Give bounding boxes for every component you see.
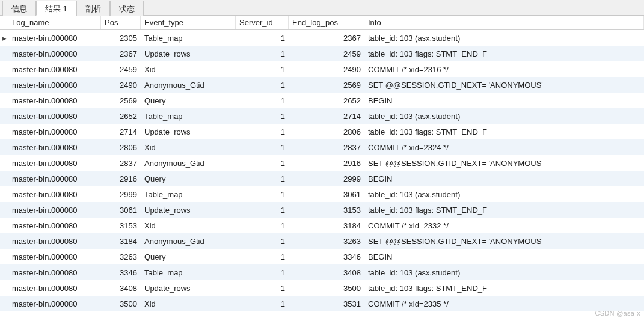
cell-eventtype: Update_rows bbox=[141, 282, 236, 295]
col-logname-header[interactable]: Log_name bbox=[8, 16, 101, 29]
table-row[interactable]: master-bin.0000802806Xid12837COMMIT /* x… bbox=[0, 139, 644, 155]
tab-status[interactable]: 状态 bbox=[110, 1, 144, 16]
cell-endlogpos: 2459 bbox=[289, 47, 364, 60]
cell-pos: 2806 bbox=[101, 141, 141, 154]
cell-endlogpos: 2490 bbox=[289, 63, 364, 76]
cell-info: table_id: 103 (asx.student) bbox=[364, 32, 644, 44]
cell-serverid: 1 bbox=[236, 204, 289, 216]
cell-info: BEGIN bbox=[364, 94, 644, 107]
cell-serverid: 1 bbox=[236, 282, 289, 295]
cell-pos: 2837 bbox=[101, 157, 141, 170]
table-row[interactable]: master-bin.0000803346Table_map13408table… bbox=[0, 264, 644, 280]
cell-eventtype: Xid bbox=[141, 219, 236, 232]
row-marker-icon: ▸ bbox=[0, 34, 8, 43]
table-row[interactable]: master-bin.0000802652Table_map12714table… bbox=[0, 108, 644, 124]
cell-endlogpos: 2714 bbox=[289, 110, 364, 123]
table-row[interactable]: master-bin.0000802837Anonymous_Gtid12916… bbox=[0, 155, 644, 171]
cell-logname: master-bin.000080 bbox=[8, 79, 101, 91]
table-row[interactable]: master-bin.0000802999Table_map13061table… bbox=[0, 186, 644, 202]
cell-eventtype: Xid bbox=[141, 298, 236, 310]
cell-endlogpos: 3263 bbox=[289, 235, 364, 248]
cell-info: COMMIT /* xid=2324 */ bbox=[364, 141, 644, 154]
cell-pos: 3184 bbox=[101, 235, 141, 248]
col-eventtype-header[interactable]: Event_type bbox=[141, 16, 236, 29]
col-endlogpos-header[interactable]: End_log_pos bbox=[289, 16, 364, 29]
cell-eventtype: Anonymous_Gtid bbox=[141, 157, 236, 170]
cell-info: table_id: 103 (asx.student) bbox=[364, 110, 644, 123]
cell-serverid: 1 bbox=[236, 141, 289, 154]
cell-logname: master-bin.000080 bbox=[8, 173, 101, 185]
tab-info[interactable]: 信息 bbox=[2, 1, 36, 16]
cell-serverid: 1 bbox=[236, 173, 289, 185]
cell-endlogpos: 2916 bbox=[289, 157, 364, 170]
grid-header: Log_name Pos Event_type Server_id End_lo… bbox=[0, 16, 644, 30]
table-row[interactable]: master-bin.0000803153Xid13184COMMIT /* x… bbox=[0, 218, 644, 233]
col-info-header[interactable]: Info bbox=[364, 16, 644, 29]
table-row[interactable]: master-bin.0000802569Query12652BEGIN bbox=[0, 93, 644, 108]
cell-eventtype: Query bbox=[141, 173, 236, 185]
cell-serverid: 1 bbox=[236, 266, 289, 279]
cell-pos: 2490 bbox=[101, 79, 141, 91]
table-row[interactable]: master-bin.0000803061Update_rows13153tab… bbox=[0, 202, 644, 218]
cell-eventtype: Update_rows bbox=[141, 126, 236, 138]
cell-info: COMMIT /* xid=2316 */ bbox=[364, 63, 644, 76]
table-row[interactable]: master-bin.0000802459Xid12490COMMIT /* x… bbox=[0, 61, 644, 77]
cell-pos: 2999 bbox=[101, 188, 141, 201]
cell-serverid: 1 bbox=[236, 79, 289, 91]
cell-logname: master-bin.000080 bbox=[8, 94, 101, 107]
cell-logname: master-bin.000080 bbox=[8, 32, 101, 44]
cell-endlogpos: 3500 bbox=[289, 282, 364, 295]
table-row[interactable]: master-bin.0000802916Query12999BEGIN bbox=[0, 171, 644, 186]
cell-pos: 2459 bbox=[101, 63, 141, 76]
table-row[interactable]: master-bin.0000802714Update_rows12806tab… bbox=[0, 124, 644, 139]
cell-logname: master-bin.000080 bbox=[8, 63, 101, 76]
cell-eventtype: Update_rows bbox=[141, 47, 236, 60]
table-row[interactable]: master-bin.0000803408Update_rows13500tab… bbox=[0, 280, 644, 296]
watermark: CSDN @asa-x bbox=[595, 310, 640, 317]
table-row[interactable]: ▸master-bin.0000802305Table_map12367tabl… bbox=[0, 30, 644, 46]
cell-pos: 2569 bbox=[101, 94, 141, 107]
tab-profile[interactable]: 剖析 bbox=[76, 1, 110, 16]
cell-pos: 2305 bbox=[101, 32, 141, 44]
cell-logname: master-bin.000080 bbox=[8, 110, 101, 123]
cell-endlogpos: 2999 bbox=[289, 173, 364, 185]
cell-pos: 2367 bbox=[101, 47, 141, 60]
cell-eventtype: Query bbox=[141, 94, 236, 107]
cell-endlogpos: 3531 bbox=[289, 298, 364, 310]
cell-endlogpos: 2569 bbox=[289, 79, 364, 91]
cell-serverid: 1 bbox=[236, 94, 289, 107]
cell-pos: 3408 bbox=[101, 282, 141, 295]
cell-eventtype: Table_map bbox=[141, 188, 236, 201]
cell-info: SET @@SESSION.GTID_NEXT= 'ANONYMOUS' bbox=[364, 235, 644, 248]
cell-info: BEGIN bbox=[364, 173, 644, 185]
cell-eventtype: Anonymous_Gtid bbox=[141, 235, 236, 248]
tab-bar: 信息 结果 1 剖析 状态 bbox=[0, 0, 644, 16]
cell-eventtype: Xid bbox=[141, 63, 236, 76]
table-row[interactable]: master-bin.0000803184Anonymous_Gtid13263… bbox=[0, 233, 644, 249]
table-row[interactable]: master-bin.0000803500Xid13531COMMIT /* x… bbox=[0, 296, 644, 311]
col-pos-header[interactable]: Pos bbox=[101, 16, 141, 29]
cell-logname: master-bin.000080 bbox=[8, 282, 101, 295]
cell-logname: master-bin.000080 bbox=[8, 251, 101, 263]
result-grid: Log_name Pos Event_type Server_id End_lo… bbox=[0, 16, 644, 311]
cell-eventtype: Table_map bbox=[141, 32, 236, 44]
cell-info: BEGIN bbox=[364, 251, 644, 263]
cell-logname: master-bin.000080 bbox=[8, 235, 101, 248]
cell-pos: 2652 bbox=[101, 110, 141, 123]
cell-endlogpos: 3153 bbox=[289, 204, 364, 216]
cell-endlogpos: 2806 bbox=[289, 126, 364, 138]
cell-logname: master-bin.000080 bbox=[8, 219, 101, 232]
table-row[interactable]: master-bin.0000802490Anonymous_Gtid12569… bbox=[0, 77, 644, 93]
cell-info: table_id: 103 (asx.student) bbox=[364, 266, 644, 279]
cell-serverid: 1 bbox=[236, 235, 289, 248]
cell-endlogpos: 2367 bbox=[289, 32, 364, 44]
table-row[interactable]: master-bin.0000803263Query13346BEGIN bbox=[0, 249, 644, 264]
cell-endlogpos: 2652 bbox=[289, 94, 364, 107]
cell-info: COMMIT /* xid=2332 */ bbox=[364, 219, 644, 232]
col-serverid-header[interactable]: Server_id bbox=[236, 16, 289, 29]
cell-serverid: 1 bbox=[236, 157, 289, 170]
cell-endlogpos: 2837 bbox=[289, 141, 364, 154]
tab-result1[interactable]: 结果 1 bbox=[36, 1, 76, 16]
cell-endlogpos: 3184 bbox=[289, 219, 364, 232]
table-row[interactable]: master-bin.0000802367Update_rows12459tab… bbox=[0, 46, 644, 61]
